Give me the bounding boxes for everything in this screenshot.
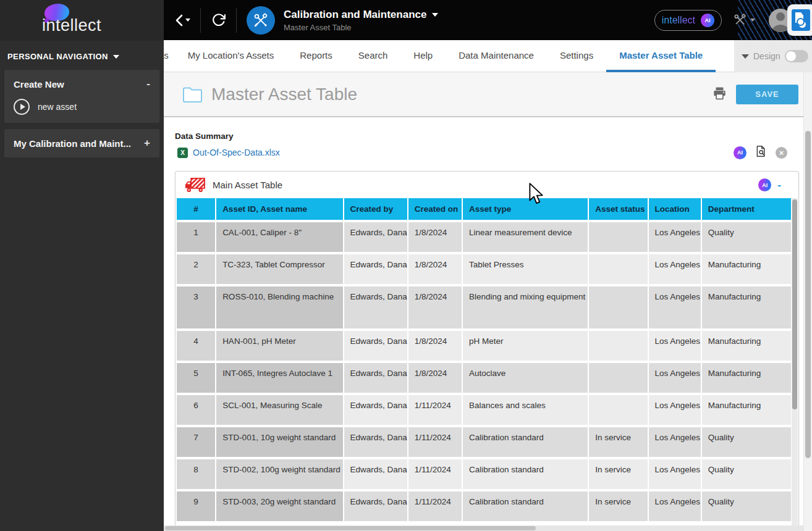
design-toggle-area: Design xyxy=(734,40,812,72)
ai-brain-icon: AI xyxy=(701,14,714,27)
table-cell: Quality xyxy=(702,222,791,252)
column-header[interactable]: Created by xyxy=(344,198,407,220)
intellect-ai-badge[interactable]: intellect AI xyxy=(654,10,722,31)
table-row[interactable]: 6SCL-001, Measuring ScaleEdwards, Dana1/… xyxy=(177,395,791,425)
panel-header: Main Asset Table AI - xyxy=(176,172,798,198)
ai-brain-icon[interactable]: AI xyxy=(734,146,746,159)
column-header[interactable]: Created on xyxy=(408,198,462,220)
design-toggle-switch[interactable] xyxy=(785,50,808,62)
table-cell: Manufacturing xyxy=(702,286,791,328)
app-title[interactable]: Calibration and Maintenance xyxy=(284,9,426,21)
refresh-button[interactable] xyxy=(201,12,236,28)
document-search-icon xyxy=(792,9,810,31)
table-row[interactable]: 4HAN-001, pH MeterEdwards, Dana1/8/2024p… xyxy=(177,331,791,361)
crossed-tools-icon xyxy=(733,13,747,27)
sidebar-item-new-asset[interactable]: new asset xyxy=(14,99,150,115)
personal-navigation-header[interactable]: PERSONAL NAVIGATION xyxy=(0,41,164,70)
expand-plus-icon[interactable]: + xyxy=(144,137,150,149)
table-cell: pH Meter xyxy=(463,331,588,361)
table-cell: Los Angeles xyxy=(649,286,701,328)
table-cell xyxy=(589,331,647,361)
tools-menu-button[interactable] xyxy=(733,13,755,27)
back-button[interactable] xyxy=(164,14,200,27)
table-cell: Quality xyxy=(702,427,791,457)
collapse-minus-icon[interactable]: - xyxy=(146,78,150,90)
close-icon[interactable]: × xyxy=(776,147,787,159)
table-cell: STD-002, 100g weight standard xyxy=(216,459,342,489)
table-row[interactable]: 1CAL-001, Caliper - 8"Edwards, Dana1/8/2… xyxy=(177,222,791,252)
table-cell: Los Angeles xyxy=(649,395,701,425)
column-header[interactable]: Asset status xyxy=(589,198,647,220)
tab-master-asset-table[interactable]: Master Asset Table xyxy=(606,40,716,72)
top-bar: Calibration and Maintenance Master Asset… xyxy=(164,0,812,40)
vertical-scrollbar[interactable] xyxy=(803,72,812,531)
sidebar-section-my-calibration[interactable]: My Calibration and Maint... + xyxy=(4,129,159,157)
table-cell: STD-001, 10g weight standard xyxy=(216,427,342,457)
document-search-button[interactable] xyxy=(787,4,812,36)
personal-navigation-label: PERSONAL NAVIGATION xyxy=(7,52,108,61)
table-cell: Los Angeles xyxy=(649,491,701,521)
table-cell: In service xyxy=(589,491,647,521)
table-cell: Los Angeles xyxy=(649,222,701,252)
table-cell: Los Angeles xyxy=(649,363,701,393)
table-cell: Quality xyxy=(702,491,791,521)
tab-reports[interactable]: Reports xyxy=(287,40,345,72)
play-icon xyxy=(14,99,30,115)
tab-search[interactable]: Search xyxy=(345,40,401,72)
main-asset-table-panel: Main Asset Table AI - #Asset ID, Asset n… xyxy=(175,171,799,525)
table-cell: Manufacturing xyxy=(702,254,791,284)
table-cell: In service xyxy=(589,459,647,489)
tab-ts[interactable]: ts xyxy=(164,40,175,72)
table-row[interactable]: 9STD-003, 20g weight standardEdwards, Da… xyxy=(177,491,791,521)
table-cell: 9 xyxy=(177,491,215,521)
table-scrollbar[interactable] xyxy=(792,198,798,525)
table-cell: 3 xyxy=(177,286,215,328)
table-cell: 4 xyxy=(177,331,215,361)
horizontal-scrollbar[interactable] xyxy=(164,525,803,531)
table-cell xyxy=(589,254,647,284)
table-cell xyxy=(589,363,647,393)
table-cell: Los Angeles xyxy=(649,331,701,361)
tab-settings[interactable]: Settings xyxy=(547,40,606,72)
app-icon-calibration[interactable] xyxy=(247,6,275,35)
column-header[interactable]: # xyxy=(177,198,215,220)
chevron-down-icon[interactable] xyxy=(432,13,438,17)
preview-document-button[interactable] xyxy=(755,144,768,161)
column-header[interactable]: Asset ID, Asset name xyxy=(216,198,342,220)
vertical-scrollbar-thumb[interactable] xyxy=(805,131,811,458)
table-cell: 1/8/2024 xyxy=(408,331,462,361)
ai-brain-icon[interactable]: AI xyxy=(758,178,771,191)
table-cell: 1/11/2024 xyxy=(408,459,462,489)
table-cell: 6 xyxy=(177,395,215,425)
column-header[interactable]: Department xyxy=(702,198,791,220)
print-button[interactable] xyxy=(712,86,727,103)
table-row[interactable]: 8STD-002, 100g weight standardEdwards, D… xyxy=(177,459,791,489)
column-header[interactable]: Asset type xyxy=(463,198,588,220)
tab-my-location-s-assets[interactable]: My Location's Assets xyxy=(175,40,287,72)
table-cell: Balances and scales xyxy=(463,395,588,425)
tab-help[interactable]: Help xyxy=(400,40,446,72)
chevron-down-icon[interactable] xyxy=(742,54,749,59)
table-row[interactable]: 2TC-323, Tablet CompressorEdwards, Dana1… xyxy=(177,254,791,284)
section-title: Create New xyxy=(14,79,64,90)
table-cell: Los Angeles xyxy=(649,254,701,284)
table-row[interactable]: 5INT-065, Integres Autoclave 1Edwards, D… xyxy=(177,363,791,393)
table-cell: Manufacturing xyxy=(702,395,791,425)
content-area: Data Summary X Out-Of-Spec-Data.xlsx AI … xyxy=(164,117,803,525)
crossed-tools-icon xyxy=(253,12,269,28)
section-title: My Calibration and Maint... xyxy=(14,138,131,149)
column-header[interactable]: Location xyxy=(649,198,701,220)
data-summary-file-link[interactable]: Out-Of-Spec-Data.xlsx xyxy=(193,148,280,157)
table-scrollbar-thumb[interactable] xyxy=(792,199,797,409)
collapse-panel-button[interactable]: - xyxy=(777,180,781,190)
table-row[interactable]: 3ROSS-010, Blending machineEdwards, Dana… xyxy=(177,286,791,328)
table-row[interactable]: 7STD-001, 10g weight standardEdwards, Da… xyxy=(177,427,791,457)
tab-data-maintenance[interactable]: Data Maintenance xyxy=(446,40,547,72)
save-button[interactable]: SAVE xyxy=(736,85,798,104)
horizontal-scrollbar-thumb[interactable] xyxy=(165,526,536,530)
table-cell: 1/8/2024 xyxy=(408,254,462,284)
sidebar-section-create-new: Create New - new asset xyxy=(4,70,159,123)
table-cell: Tablet Presses xyxy=(463,254,588,284)
back-chevron-icon xyxy=(175,14,183,27)
app-subtitle: Master Asset Table xyxy=(284,23,438,32)
